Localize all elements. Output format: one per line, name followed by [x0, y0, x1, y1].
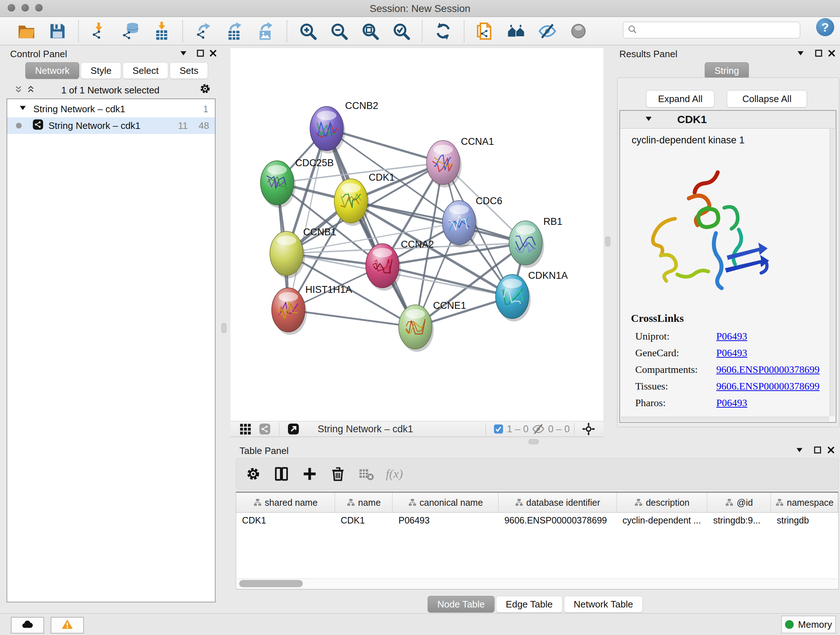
fit-selected-crosshair-icon[interactable] [582, 422, 595, 436]
column-header-name[interactable]: name [335, 493, 393, 512]
crosslink-link[interactable]: P06493 [716, 331, 747, 342]
node-CCNE1[interactable] [399, 305, 434, 352]
node-CDK1[interactable] [334, 179, 369, 226]
table-row[interactable]: CDK1CDK1P064939606.ENSP00000378699cyclin… [236, 512, 838, 528]
zoom-out-icon[interactable] [329, 21, 349, 41]
tab-network-table[interactable]: Network Table [564, 596, 643, 613]
control-panel-float-icon[interactable] [177, 47, 189, 59]
export-table-icon[interactable] [225, 21, 245, 41]
warnings-button[interactable] [51, 617, 84, 633]
columns-icon[interactable] [273, 466, 290, 482]
zoom-selected-icon[interactable] [391, 21, 411, 41]
collapse-all-icon[interactable] [14, 85, 23, 96]
node-HIST1H1A[interactable] [272, 288, 307, 335]
edge-CCNB2-CCNE1 [327, 128, 415, 327]
export-image-icon[interactable] [256, 21, 276, 41]
open-folder-icon[interactable] [16, 21, 36, 41]
node-CDKN1A[interactable] [496, 274, 531, 321]
birdseye-view-icon[interactable] [286, 422, 300, 436]
refresh-icon[interactable] [433, 21, 453, 41]
gear-icon[interactable] [245, 466, 262, 482]
table-horizontal-scrollbar[interactable] [237, 578, 837, 588]
add-column-icon[interactable] [302, 466, 318, 482]
table-cell[interactable]: CDK1 [236, 512, 335, 528]
string-document-icon[interactable] [475, 21, 495, 41]
tab-node-table[interactable]: Node Table [428, 596, 494, 613]
collapse-all-button[interactable]: Collapse All [727, 90, 807, 108]
selected-checkbox-icon[interactable] [493, 422, 504, 436]
tab-string[interactable]: String [705, 62, 749, 79]
network-row[interactable]: String Network – cdk1 11 48 [7, 117, 215, 134]
results-panel-float-icon[interactable] [794, 47, 807, 59]
tab-sets[interactable]: Sets [170, 62, 208, 79]
table-panel-close-icon[interactable] [825, 444, 837, 456]
network-options-gear-icon[interactable] [199, 82, 211, 96]
table-cell[interactable]: CDK1 [335, 512, 393, 528]
table-cell[interactable]: stringdb [771, 512, 838, 528]
search-box[interactable] [623, 22, 800, 38]
node-RB1[interactable] [509, 221, 544, 268]
home-icon[interactable] [506, 21, 526, 41]
table-scrollbar-thumb[interactable] [239, 580, 303, 587]
network-canvas[interactable]: CCNB2CCNA1CDC25BCDK1CDC6RB1CCNB1CCNA2CDK… [231, 48, 603, 421]
memory-button[interactable]: Memory [782, 616, 836, 633]
results-vertical-scrollbar[interactable] [829, 129, 835, 416]
tab-edge-table[interactable]: Edge Table [496, 596, 562, 613]
crosslink-link[interactable]: 9606.ENSP00000378699 [716, 364, 819, 375]
results-panel-maximize-icon[interactable] [813, 47, 825, 59]
expand-all-button[interactable]: Expand All [646, 90, 714, 108]
column-header-shared-name[interactable]: shared name [236, 493, 335, 512]
left-splitter-handle[interactable] [221, 323, 226, 333]
bottom-splitter-handle[interactable] [529, 439, 538, 444]
title-bar: Session: New Session [0, 0, 840, 17]
table-panel-maximize-icon[interactable] [812, 444, 824, 456]
tab-select[interactable]: Select [123, 62, 168, 79]
tab-style[interactable]: Style [81, 62, 121, 79]
crosslink-link[interactable]: P06493 [716, 397, 747, 409]
column-header-canonical-name[interactable]: canonical name [393, 493, 499, 512]
zoom-fit-icon[interactable] [360, 21, 380, 41]
import-table-icon[interactable] [152, 21, 172, 41]
gene-section-header[interactable]: CDK1 [620, 111, 836, 128]
node-CCNA2[interactable] [366, 244, 401, 291]
grid-view-icon[interactable] [238, 422, 252, 436]
node-CDC6[interactable] [442, 201, 477, 248]
control-panel-close-icon[interactable] [207, 47, 219, 59]
help-button[interactable]: ? [816, 18, 834, 36]
export-network-icon[interactable] [194, 21, 214, 41]
node-CCNB1[interactable] [270, 231, 305, 279]
table-cell[interactable]: 9606.ENSP00000378699 [499, 512, 617, 528]
table-cell[interactable]: stringdb:9... [707, 512, 771, 528]
expand-all-icon[interactable] [26, 85, 35, 96]
crosslink-link[interactable]: P06493 [716, 347, 747, 359]
show-all-icon[interactable] [568, 21, 589, 41]
results-horizontal-scrollbar[interactable] [621, 417, 829, 421]
clear-table-icon [358, 466, 374, 482]
gene-caret-icon[interactable] [644, 114, 653, 125]
network-collection-row[interactable]: String Network – cdk1 1 [7, 101, 215, 117]
crosslink-link[interactable]: 9606.ENSP00000378699 [716, 380, 819, 392]
results-panel-close-icon[interactable] [826, 47, 838, 59]
tab-network[interactable]: Network [25, 62, 79, 79]
import-network-icon[interactable] [89, 21, 110, 41]
column-header-description[interactable]: description [617, 493, 707, 512]
column-header-database-identifier[interactable]: database identifier [499, 493, 617, 512]
search-input[interactable] [638, 23, 800, 37]
table-cell[interactable]: P06493 [393, 512, 499, 528]
column-header-namespace[interactable]: namespace [771, 493, 838, 512]
table-cell[interactable]: cyclin-dependent ... [617, 512, 707, 528]
share-view-icon[interactable] [258, 422, 272, 436]
status-bar: Memory [0, 613, 840, 635]
right-splitter-handle[interactable] [605, 236, 610, 247]
table-panel-float-icon[interactable] [793, 444, 806, 456]
collection-caret-icon[interactable] [18, 103, 27, 115]
import-database-icon[interactable] [120, 21, 141, 41]
delete-column-icon[interactable] [330, 466, 346, 482]
zoom-in-icon[interactable] [298, 21, 318, 41]
cloud-button[interactable] [11, 617, 44, 633]
node-CCNB2[interactable] [310, 106, 345, 154]
control-panel-maximize-icon[interactable] [194, 47, 207, 59]
column-header--id[interactable]: @id [707, 493, 771, 512]
save-icon[interactable] [47, 21, 68, 41]
hide-selected-icon[interactable] [537, 21, 557, 41]
